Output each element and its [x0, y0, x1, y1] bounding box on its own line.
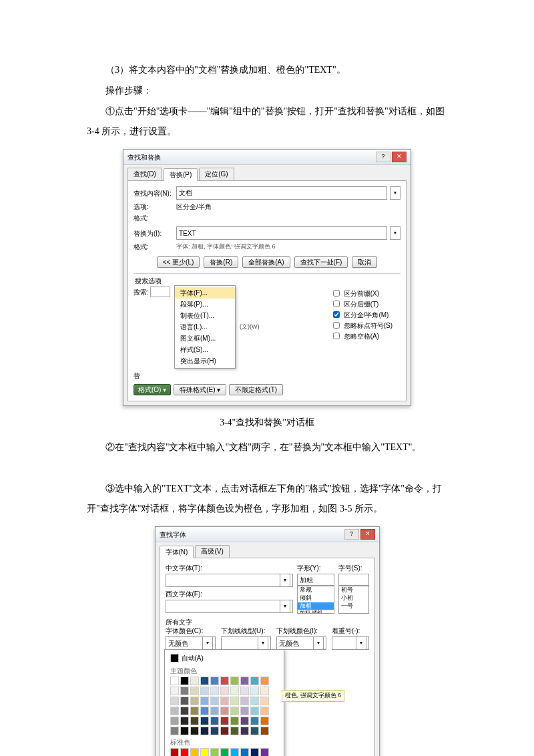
color-swatch[interactable]	[210, 687, 219, 695]
color-swatch[interactable]	[200, 727, 209, 735]
color-swatch[interactable]	[190, 677, 199, 685]
tab-replace[interactable]: 替换(P)	[164, 168, 198, 181]
color-swatch[interactable]	[250, 697, 259, 705]
color-swatch[interactable]	[190, 697, 199, 705]
auto-color[interactable]: 自动(A)	[168, 652, 281, 664]
color-swatch[interactable]	[210, 697, 219, 705]
color-swatch[interactable]	[180, 707, 189, 715]
color-swatch[interactable]	[260, 727, 269, 735]
color-swatch[interactable]	[250, 717, 259, 725]
size-list[interactable]: 初号 小初 一号	[338, 586, 369, 614]
replace-button[interactable]: 替换(R)	[204, 256, 238, 268]
popup-font[interactable]: 字体(F)...	[175, 287, 235, 299]
color-swatch[interactable]	[180, 727, 189, 735]
color-swatch[interactable]	[170, 748, 179, 756]
color-swatch[interactable]	[200, 687, 209, 695]
chevron-down-icon[interactable]: ▾	[390, 186, 400, 200]
close-icon[interactable]: ✕	[360, 529, 375, 540]
color-swatch[interactable]	[220, 677, 229, 685]
font-color-select[interactable]: 无颜色▾ 自动(A) 主题颜色 标准色 其他颜色(M)... 橙色, 强调文字颜…	[166, 636, 216, 650]
color-swatch[interactable]	[200, 697, 209, 705]
help-icon[interactable]: ?	[376, 152, 390, 162]
color-swatch[interactable]	[250, 707, 259, 715]
color-swatch[interactable]	[210, 717, 219, 725]
color-swatch[interactable]	[180, 717, 189, 725]
color-swatch[interactable]	[220, 748, 229, 756]
color-swatch[interactable]	[210, 677, 219, 685]
color-swatch[interactable]	[210, 707, 219, 715]
color-swatch[interactable]	[190, 727, 199, 735]
color-swatch[interactable]	[220, 687, 229, 695]
color-swatch[interactable]	[170, 697, 179, 705]
color-swatch[interactable]	[240, 707, 249, 715]
color-swatch[interactable]	[200, 677, 209, 685]
color-swatch[interactable]	[230, 697, 239, 705]
chevron-down-icon[interactable]: ▾	[280, 600, 290, 613]
color-swatch[interactable]	[240, 697, 249, 705]
color-swatch[interactable]	[230, 677, 239, 685]
color-swatch[interactable]	[190, 687, 199, 695]
color-swatch[interactable]	[200, 717, 209, 725]
find-input[interactable]	[176, 186, 387, 200]
color-swatch[interactable]	[170, 677, 179, 685]
en-font-input[interactable]: ▾	[166, 600, 293, 613]
find-next-button[interactable]: 查找下一处(F)	[294, 256, 348, 268]
style-input[interactable]: 加粗	[297, 574, 334, 586]
popup-style[interactable]: 样式(S)...	[175, 344, 235, 355]
color-swatch[interactable]	[260, 707, 269, 715]
format-button[interactable]: 格式(O) ▾	[134, 384, 171, 395]
color-swatch[interactable]	[220, 707, 229, 715]
popup-frame[interactable]: 图文框(M)...	[175, 333, 235, 344]
color-swatch[interactable]	[190, 717, 199, 725]
tab-goto[interactable]: 定位(G)	[199, 168, 234, 180]
underline-type-select[interactable]: ▾	[221, 636, 271, 650]
color-swatch[interactable]	[230, 748, 239, 756]
color-swatch[interactable]	[170, 687, 179, 695]
special-button[interactable]: 特殊格式(E) ▾	[174, 384, 226, 395]
style-list[interactable]: 常规 倾斜 加粗 加粗 倾斜	[297, 586, 334, 614]
color-swatch[interactable]	[170, 727, 179, 735]
color-swatch[interactable]	[170, 717, 179, 725]
color-swatch[interactable]	[180, 748, 189, 756]
color-swatch[interactable]	[190, 748, 199, 756]
color-swatch[interactable]	[180, 677, 189, 685]
less-button[interactable]: << 更少(L)	[157, 256, 200, 268]
color-swatch[interactable]	[170, 707, 179, 715]
cancel-button[interactable]: 取消	[352, 256, 377, 268]
color-swatch[interactable]	[260, 717, 269, 725]
color-swatch[interactable]	[240, 677, 249, 685]
chevron-down-icon[interactable]: ▾	[356, 636, 366, 650]
popup-tab[interactable]: 制表位(T)...	[175, 310, 235, 321]
underline-color-select[interactable]: 无颜色▾	[276, 636, 326, 650]
color-swatch[interactable]	[240, 687, 249, 695]
help-icon[interactable]: ?	[344, 529, 359, 540]
color-swatch[interactable]	[230, 717, 239, 725]
noformat-button[interactable]: 不限定格式(T)	[229, 384, 283, 395]
color-swatch[interactable]	[250, 748, 259, 756]
color-swatch[interactable]	[230, 727, 239, 735]
size-input[interactable]	[338, 574, 369, 586]
replace-input[interactable]	[176, 226, 387, 240]
close-icon[interactable]: ✕	[392, 152, 407, 162]
chevron-down-icon[interactable]: ▾	[202, 636, 213, 650]
color-swatch[interactable]	[260, 677, 269, 685]
tab-find[interactable]: 查找(D)	[127, 168, 162, 180]
color-swatch[interactable]	[240, 748, 249, 756]
emphasis-select[interactable]: ▾	[332, 636, 368, 650]
color-swatch[interactable]	[230, 707, 239, 715]
ck-punct[interactable]	[333, 322, 340, 329]
ck-suffix[interactable]	[333, 301, 340, 307]
chevron-down-icon[interactable]: ▾	[258, 636, 268, 650]
popup-lang[interactable]: 语言(L)...	[175, 321, 235, 333]
color-swatch[interactable]	[240, 717, 249, 725]
color-swatch[interactable]	[210, 748, 219, 756]
chevron-down-icon[interactable]: ▾	[390, 226, 400, 240]
popup-para[interactable]: 段落(P)...	[175, 299, 235, 310]
tab-font[interactable]: 字体(N)	[160, 546, 194, 558]
cn-font-input[interactable]: ▾	[166, 574, 293, 587]
color-swatch[interactable]	[250, 687, 259, 695]
ck-space[interactable]	[333, 333, 340, 339]
chevron-down-icon[interactable]: ▾	[313, 636, 324, 650]
color-swatch[interactable]	[180, 687, 189, 695]
color-swatch[interactable]	[260, 697, 269, 705]
